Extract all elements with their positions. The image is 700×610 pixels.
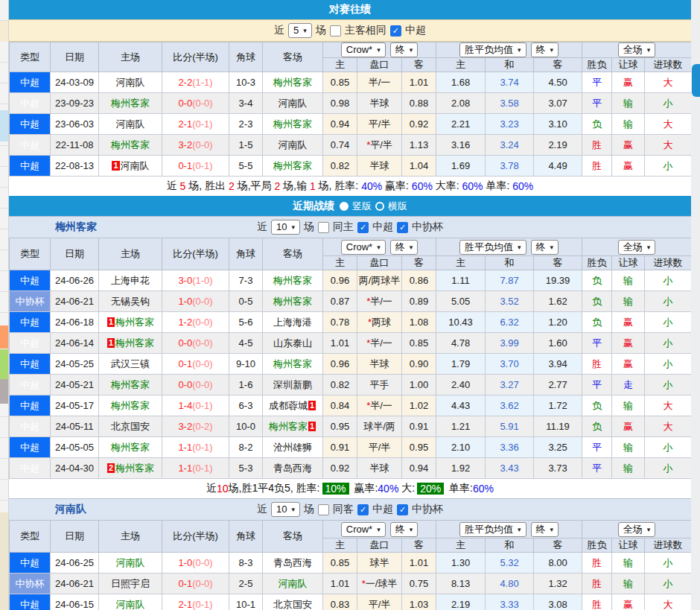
column-header: 主场 [99,238,162,270]
date-cell: 24-05-25 [51,354,99,375]
column-header: 客场 [263,238,323,270]
handicap-result-cell: 赢 [612,312,645,333]
background-fragment [0,512,8,610]
column-header: 客场 [263,42,323,72]
h2h-group0-select-1[interactable]: 终▾ [390,42,419,57]
header-row: 类型日期主场比分(半场)角球客场Crow*▾终▾胜平负均值▾终▾全场▾ [10,42,692,58]
sec0-checkbox-0[interactable] [318,222,329,233]
home-team-cell: 梅州客家 [99,437,162,458]
match-result-cell: 胜 [582,574,612,594]
sec1-group0-select-0[interactable]: Crow*▾ [341,522,386,537]
away-odds-cell: 0.75 [402,574,436,594]
h2h-header-group-1: 胜平负均值▾终▾ [436,42,582,58]
away-team-cell: 青岛西海 [263,458,323,479]
recent-title-bar: 近期战绩 竖版横版 [9,196,691,216]
sec1-checkbox-1[interactable]: ✓ [357,504,369,515]
sec1-count-select[interactable]: 10▾ [271,502,300,517]
sec0-count-select[interactable]: 10▾ [271,220,300,235]
avg-draw-cell: 3.74 [486,72,534,93]
h2h-checkbox-0[interactable] [330,25,341,36]
column-subheader: 和 [486,538,534,553]
goals-result-cell: 大 [645,395,692,416]
away-odds-cell: 1.13 [402,135,436,156]
h2h-group1-select-0[interactable]: 胜平负均值▾ [459,42,526,57]
date-cell: 22-08-13 [51,156,99,177]
column-subheader: 胜负 [582,58,612,72]
left-edge-strip [0,0,9,610]
goals-result-cell: 小 [645,93,692,114]
sec1-group2-select-0[interactable]: 全场▾ [618,522,656,537]
handicap-cell: 平手 [357,375,402,395]
h2h-group0-select-0[interactable]: Crow*▾ [341,42,386,57]
avg-draw-cell: 3.70 [486,354,534,375]
competition-cell: 中超 [10,437,51,458]
h2h-summary-segment: 赢率: [382,179,412,193]
avg-away-cell: 19.39 [534,270,582,291]
goals-result-cell: 大 [645,416,692,437]
halftime-score: (0-0) [192,557,212,568]
away-team-cell: 梅州客家 [263,72,323,93]
section-filter-1: 近10▾场同客✓中超✓中协杯 [257,502,443,517]
column-subheader: 主 [323,58,357,72]
goals-result-cell: 大 [645,114,692,135]
competition-cell: 中协杯 [10,291,51,312]
h2h-check-label-0: 主客相同 [345,24,386,37]
halftime-score: (0-1) [192,118,212,130]
column-subheader: 客 [402,538,436,553]
corner-cell: 6-3 [229,395,263,416]
sec1-group1-select-1[interactable]: 终▾ [531,522,559,537]
h2h-checkbox-1[interactable]: ✓ [390,25,401,36]
sec1-group1-select-0[interactable]: 胜平负均值▾ [459,522,526,537]
handicap-result-cell: 输 [612,395,645,416]
h2h-count-select[interactable]: 5▾ [288,23,312,38]
match-row: 中超24-05-25武汉三镇0-1(0-0)9-10梅州客家0.96半球0.90… [10,354,692,375]
sec0-group0-select-1[interactable]: 终▾ [390,240,419,255]
match-row: 中超24-06-141梅州客家0-0(0-0)4-5山东泰山1.01*半/一0.… [10,333,692,354]
match-result-cell: 负 [582,416,612,437]
sec1-checkbox-2[interactable]: ✓ [397,504,408,515]
view-radio-0[interactable] [340,202,349,211]
score-cell: 1-4(0-1) [162,395,229,416]
sec0-checkbox-2[interactable]: ✓ [397,222,408,233]
sec0-group2-select-0[interactable]: 全场▾ [618,240,656,255]
view-radio-1[interactable] [375,202,384,211]
sec1-checkbox-0[interactable] [318,504,329,515]
sec1-group0-select-1[interactable]: 终▾ [390,522,419,537]
side-tab-button[interactable] [692,64,700,97]
halftime-score: (0-2) [192,421,212,432]
handicap-cell: *平/半 [357,135,402,156]
competition-cell: 中协杯 [10,574,51,594]
avg-draw-cell: 3.27 [486,375,534,395]
background-fragment [0,21,8,42]
date-cell: 22-11-08 [51,135,99,156]
avg-draw-cell: 5.32 [486,553,534,574]
sec0-games-label: 场 [304,220,314,234]
h2h-group2-select-0[interactable]: 全场▾ [618,42,656,57]
sec0-group0-select-0[interactable]: Crow*▾ [341,240,386,255]
team-name: 日照宇启 [111,578,150,589]
corner-cell: 9-10 [229,354,263,375]
h2h-summary-segment: 5 [180,180,186,192]
h2h-group1-select-1[interactable]: 终▾ [531,42,559,57]
sec0-header-group-0: Crow*▾终▾ [323,238,436,256]
page: 对赛往绩 近5▾场主客相同✓中超 类型日期主场比分(半场)角球客场Crow*▾终… [0,0,700,610]
home-odds-cell: 0.78 [323,312,357,333]
team-name: 梅州客家 [273,77,312,88]
sec0-checkbox-1[interactable]: ✓ [357,222,369,233]
sec0-group1-select-1[interactable]: 终▾ [531,240,559,255]
avg-away-cell: 3.73 [534,458,582,479]
sec0-group1-select-0[interactable]: 胜平负均值▾ [459,240,526,255]
main-panel: 对赛往绩 近5▾场主客相同✓中超 类型日期主场比分(半场)角球客场Crow*▾终… [9,0,691,610]
column-subheader: 主 [323,538,357,553]
table-body: 中超24-06-25河南队1-0(0-0)8-3青岛西海0.85球半1.011.… [10,553,692,610]
date-cell: 24-04-30 [51,458,99,479]
chevron-down-icon: ▾ [291,503,295,515]
home-team-cell: 河南队 [99,553,162,574]
away-team-cell: 梅州客家1 [263,416,323,437]
rank-badge: 1 [107,317,115,327]
home-team-cell: 2梅州客家 [99,458,162,479]
away-odds-cell: 1.01 [402,553,436,574]
home-odds-cell: 0.98 [323,93,357,114]
chevron-down-icon: ▾ [377,241,381,253]
fulltime-score: 0-1 [178,578,192,589]
